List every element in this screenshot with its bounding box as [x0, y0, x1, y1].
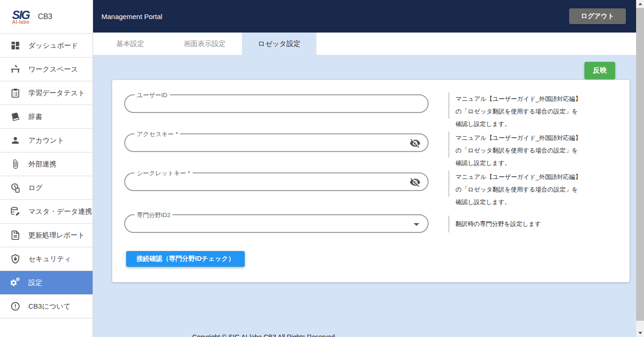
account-icon: [10, 135, 20, 145]
logo-row: SIG AI-labo CB3: [0, 0, 93, 34]
logo-text: SIG: [12, 9, 29, 21]
scroll-down-icon: [638, 332, 642, 334]
log-history-icon: [10, 183, 20, 193]
eye-off-icon: [409, 143, 421, 150]
clipboard-icon: [10, 88, 20, 98]
info-icon: [10, 301, 20, 311]
sidebar-item-log[interactable]: ログ: [0, 176, 93, 200]
sidebar-item-label: アカウント: [28, 136, 64, 145]
sidebar-item-update-report[interactable]: 更新処理レポート: [0, 224, 93, 247]
logout-button[interactable]: ログアウト: [569, 8, 626, 24]
specialty-id-select[interactable]: 専門分野ID2: [124, 214, 429, 233]
sidebar-item-label: 設定: [28, 278, 42, 287]
sidebar-item-label: 外部連携: [28, 160, 56, 169]
sidebar-item-label: セキュリティ: [28, 255, 71, 264]
access-key-visibility-toggle[interactable]: [409, 138, 421, 150]
sig-ailabo-logo: SIG AI-labo: [12, 9, 29, 25]
access-key-label: アクセスキー *: [134, 130, 180, 139]
page-title: Management Portal: [101, 13, 162, 20]
scrollbar-thumb[interactable]: [636, 8, 644, 321]
shield-icon: [10, 254, 20, 264]
app-name: CB3: [38, 13, 52, 21]
logo-subtext: AI-labo: [12, 20, 29, 25]
rosetta-settings-card: ユーザーID マニュアル【ユーザーガイド_外国語対応編】の「ロゼッタ翻訳を使用す…: [112, 80, 630, 282]
user-id-field: ユーザーID: [124, 94, 429, 113]
report-icon: [10, 230, 20, 240]
scroll-up-icon: [638, 3, 642, 5]
sidebar-item-label: ログ: [28, 184, 43, 192]
sidebar-item-label: ワークスペース: [28, 65, 78, 74]
tab-basic-settings[interactable]: 基本設定: [93, 33, 168, 55]
access-key-field: アクセスキー *: [124, 133, 429, 152]
scrollbar-up-button[interactable]: [636, 0, 644, 8]
paperclip-icon: [10, 159, 20, 169]
workspace-icon: [10, 64, 20, 74]
connection-check-button[interactable]: 接続確認（専門分野IDチェック）: [126, 251, 245, 267]
specialty-id-help: 翻訳時の専門分野を設定します: [448, 216, 588, 232]
user-id-label: ユーザーID: [134, 91, 170, 99]
user-id-input[interactable]: [135, 97, 396, 111]
footer-copyright: Copyright © SIG AI-labo CB3 All Rights R…: [192, 333, 337, 337]
specialty-id-field-group: 専門分野ID2: [124, 214, 429, 233]
chevron-down-icon: [414, 223, 419, 226]
top-header-bar: Management Portal ログアウト: [93, 0, 636, 33]
sidebar-item-dashboard[interactable]: ダッシュボード: [0, 34, 93, 58]
sidebar-item-label: マスタ・データ連携: [28, 207, 92, 216]
sidebar-item-label: 辞書: [28, 112, 42, 121]
access-key-field-group: アクセスキー *: [124, 133, 429, 152]
sidebar-item-settings[interactable]: 設定: [0, 271, 93, 295]
eye-off-icon: [409, 182, 421, 189]
sidebar-item-label: CB3について: [28, 302, 71, 311]
tab-rosetta-settings[interactable]: ロゼッタ設定: [242, 33, 316, 55]
sidebar-item-label: ダッシュボード: [28, 41, 78, 50]
sidebar: SIG AI-labo CB3 ダッシュボード ワークスペース 学習データテスト…: [0, 0, 93, 337]
sidebar-item-external-integration[interactable]: 外部連携: [0, 152, 93, 176]
sidebar-item-account[interactable]: アカウント: [0, 129, 93, 152]
database-icon: [10, 206, 20, 217]
sidebar-item-learning-data-test[interactable]: 学習データテスト: [0, 81, 93, 105]
secret-key-help: マニュアル【ユーザーガイド_外国語対応編】の「ロゼッタ翻訳を使用する場合の設定」…: [448, 171, 588, 197]
sidebar-item-security[interactable]: セキュリティ: [0, 247, 93, 271]
user-id-field-group: ユーザーID: [124, 94, 429, 113]
secret-key-visibility-toggle[interactable]: [409, 177, 421, 189]
access-key-help: マニュアル【ユーザーガイド_外国語対応編】の「ロゼッタ翻訳を使用する場合の設定」…: [448, 132, 588, 158]
main-content: 反映 ユーザーID マニュアル【ユーザーガイド_外国語対応編】の「ロゼッタ翻訳を…: [93, 55, 636, 337]
sidebar-item-label: 学習データテスト: [28, 89, 85, 98]
user-id-help: マニュアル【ユーザーガイド_外国語対応編】の「ロゼッタ翻訳を使用する場合の設定」…: [448, 93, 588, 119]
secret-key-label: シークレットキー *: [134, 169, 193, 178]
specialty-id-label: 専門分野ID2: [134, 211, 173, 219]
gear-icon: [10, 278, 20, 288]
vertical-scrollbar[interactable]: [636, 0, 644, 337]
dashboard-icon: [10, 40, 20, 51]
sidebar-item-about-cb3[interactable]: CB3について: [0, 295, 93, 318]
sidebar-item-label: 更新処理レポート: [28, 231, 85, 240]
sidebar-item-dictionary[interactable]: 辞書: [0, 105, 93, 129]
sidebar-item-master-data-integration[interactable]: マスタ・データ連携: [0, 200, 93, 224]
tab-display-settings[interactable]: 画面表示設定: [168, 33, 242, 55]
secret-key-field: シークレットキー *: [124, 172, 429, 191]
apply-button[interactable]: 反映: [584, 62, 615, 79]
scrollbar-down-button[interactable]: [636, 329, 644, 337]
settings-tab-bar: 基本設定 画面表示設定 ロゼッタ設定: [93, 33, 636, 55]
sidebar-item-workspace[interactable]: ワークスペース: [0, 58, 93, 81]
book-icon: [10, 112, 20, 122]
secret-key-field-group: シークレットキー *: [124, 172, 429, 191]
